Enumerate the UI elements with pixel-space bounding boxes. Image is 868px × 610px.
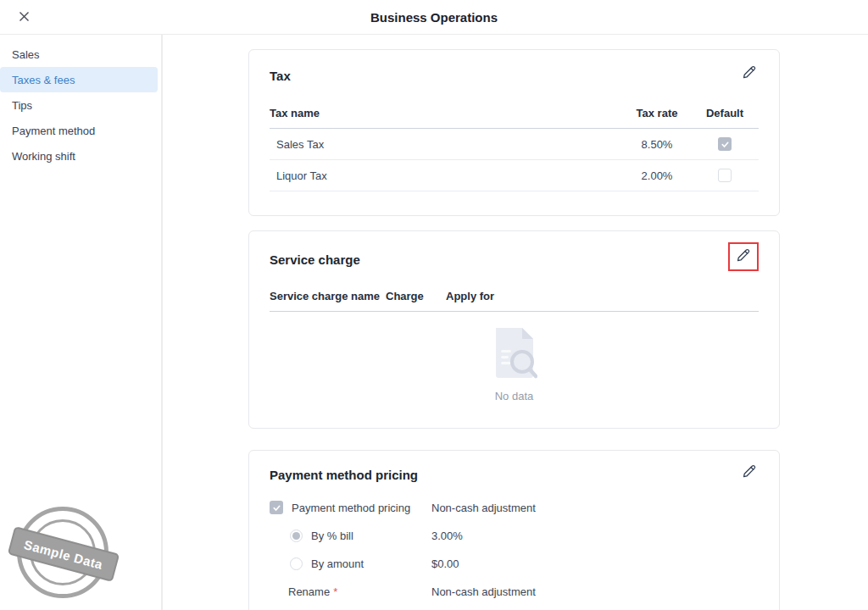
by-percent-radio-selected[interactable] <box>290 530 303 542</box>
service-charge-edit-button-highlighted[interactable] <box>728 242 759 271</box>
by-amount-value: $0.00 <box>431 557 459 570</box>
no-data-text: No data <box>495 390 534 402</box>
payment-pricing-value: Non-cash adjustment <box>431 502 536 514</box>
payment-pricing-edit-button[interactable] <box>740 463 759 482</box>
tax-rate: 8.50% <box>623 138 691 151</box>
sidebar-item-taxes-fees[interactable]: Taxes & fees <box>0 67 158 92</box>
sidebar-item-payment-method[interactable]: Payment method <box>0 118 158 143</box>
empty-state: No data <box>249 312 779 428</box>
tax-table-header: Tax name Tax rate Default <box>270 98 759 129</box>
table-row-sales-tax: Sales Tax 8.50% <box>270 129 759 160</box>
col-service-charge-name: Service charge name <box>270 290 386 302</box>
sidebar-item-tips[interactable]: Tips <box>0 92 158 118</box>
edit-pencil-icon <box>736 247 751 266</box>
sidebar-item-label: Working shift <box>12 150 75 163</box>
tax-name: Sales Tax <box>270 138 623 151</box>
rename-label: Rename <box>288 585 330 598</box>
col-tax-name: Tax name <box>270 107 623 119</box>
top-bar: Business Operations <box>0 0 868 35</box>
sidebar-item-label: Taxes & fees <box>12 74 75 86</box>
payment-pricing-checkbox[interactable] <box>270 501 283 514</box>
col-default: Default <box>691 107 759 119</box>
sidebar: Sales Taxes & fees Tips Payment method W… <box>0 35 163 610</box>
no-data-icon <box>492 327 537 383</box>
table-row-liquor-tax: Liquor Tax 2.00% <box>270 160 759 191</box>
edit-pencil-icon <box>742 64 757 83</box>
main-content: Tax Tax name Tax rate Default Sales Tax … <box>164 35 868 610</box>
required-asterisk: * <box>333 585 337 598</box>
tax-edit-button[interactable] <box>740 64 759 83</box>
sidebar-item-working-shift[interactable]: Working shift <box>0 143 158 169</box>
service-charge-table-header: Service charge name Charge Apply for <box>270 281 759 312</box>
payment-pricing-toggle-row: Payment method pricing Non-cash adjustme… <box>270 501 759 514</box>
service-charge-title: Service charge <box>270 247 360 267</box>
by-percent-label: By % bill <box>311 530 353 542</box>
payment-pricing-label: Payment method pricing <box>292 502 410 514</box>
service-charge-card: Service charge Service charge name Charg… <box>248 230 780 429</box>
tax-card: Tax Tax name Tax rate Default Sales Tax … <box>248 49 780 216</box>
rename-value: Non-cash adjustment <box>431 585 536 598</box>
by-amount-radio-unselected[interactable] <box>290 557 303 570</box>
payment-pricing-card: Payment method pricing <box>248 450 780 610</box>
by-percent-value: 3.00% <box>431 530 463 542</box>
default-checkbox-unchecked[interactable] <box>718 169 732 182</box>
by-percent-row: By % bill 3.00% <box>270 530 759 542</box>
by-amount-row: By amount $0.00 <box>270 557 759 570</box>
tax-rate: 2.00% <box>623 169 691 182</box>
tax-card-title: Tax <box>270 64 291 83</box>
col-apply-for: Apply for <box>446 290 759 302</box>
sidebar-item-sales[interactable]: Sales <box>0 42 158 67</box>
sidebar-item-label: Tips <box>12 99 32 112</box>
edit-pencil-icon <box>742 463 757 482</box>
tax-name: Liquor Tax <box>270 169 623 182</box>
rename-row: Rename* Non-cash adjustment <box>270 585 759 598</box>
col-charge: Charge <box>386 290 446 302</box>
col-tax-rate: Tax rate <box>623 107 691 119</box>
sidebar-item-label: Sales <box>12 48 40 61</box>
default-checkbox-checked[interactable] <box>718 137 732 151</box>
by-amount-label: By amount <box>311 557 364 570</box>
sidebar-item-label: Payment method <box>12 125 95 137</box>
page-title: Business Operations <box>0 0 868 34</box>
payment-pricing-title: Payment method pricing <box>270 463 418 482</box>
